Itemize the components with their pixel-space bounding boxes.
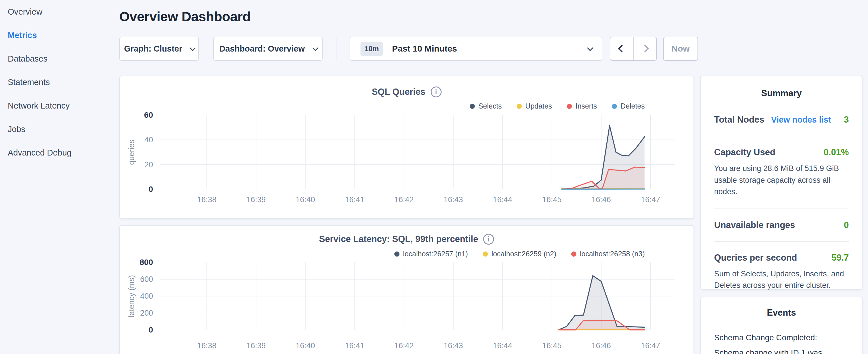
time-step-buttons <box>610 37 657 61</box>
total-nodes-label: Total Nodes <box>714 115 764 125</box>
y-tick-label: 800 <box>140 258 153 267</box>
time-range-dropdown[interactable]: 10m Past 10 Minutes <box>350 37 602 61</box>
capacity-used-value: 0.01% <box>824 147 849 158</box>
sql-queries-chart-card: SQL Queriesi SelectsUpdatesInsertsDelete… <box>119 75 694 219</box>
chevron-down-icon <box>587 45 593 51</box>
x-tick-label: 16:41 <box>345 342 365 350</box>
x-tick-label: 16:42 <box>394 342 414 350</box>
x-tick-label: 16:46 <box>591 342 611 350</box>
chevron-down-icon <box>190 45 196 51</box>
y-tick-label: 400 <box>140 292 153 300</box>
time-range-badge: 10m <box>361 42 383 56</box>
chevron-right-icon <box>641 45 649 53</box>
unavailable-ranges-label: Unavailable ranges <box>714 220 795 230</box>
y-axis-title: latency (ms) <box>127 275 136 317</box>
total-nodes-row: Total Nodes View nodes list 3 <box>714 115 849 125</box>
y-tick-label: 0 <box>149 325 153 334</box>
x-tick-label: 16:47 <box>641 342 660 350</box>
x-tick-label: 16:45 <box>542 342 562 350</box>
x-tick-label: 16:44 <box>493 342 513 350</box>
sidebar-item-statements[interactable]: Statements <box>8 70 119 94</box>
queries-per-second-description: Sum of Selects, Updates, Inserts, and De… <box>714 268 849 291</box>
summary-title: Summary <box>714 88 849 99</box>
controls-bar: Graph: Cluster Dashboard: Overview 10m P… <box>119 37 698 61</box>
controls-divider <box>336 37 336 61</box>
total-nodes-value: 3 <box>844 115 849 125</box>
y-tick-label: 600 <box>140 275 153 284</box>
series-line <box>562 189 645 189</box>
now-button[interactable]: Now <box>663 37 698 61</box>
unavailable-ranges-value: 0 <box>844 220 849 230</box>
graph-dropdown[interactable]: Graph: Cluster <box>119 37 199 61</box>
x-tick-label: 16:45 <box>542 195 562 204</box>
queries-per-second-value: 59.7 <box>832 253 849 263</box>
time-back-button[interactable] <box>610 37 633 60</box>
y-tick-label: 200 <box>140 309 153 317</box>
summary-panel: Summary Total Nodes View nodes list 3 Ca… <box>700 75 863 290</box>
queries-per-second-label: Queries per second <box>714 253 797 263</box>
event-message[interactable]: Schema Change Completed: Schema change w… <box>714 330 849 354</box>
dashboard-dropdown[interactable]: Dashboard: Overview <box>213 37 323 61</box>
events-title: Events <box>714 308 849 318</box>
divider <box>714 208 849 209</box>
x-tick-label: 16:38 <box>197 342 217 350</box>
x-tick-label: 16:40 <box>296 195 315 204</box>
x-tick-label: 16:43 <box>443 342 463 350</box>
x-tick-label: 16:39 <box>246 195 266 204</box>
time-forward-button[interactable] <box>633 37 656 60</box>
graph-dropdown-label: Graph: Cluster <box>124 44 182 54</box>
x-tick-label: 16:41 <box>345 195 365 204</box>
sidebar-item-jobs[interactable]: Jobs <box>8 118 119 141</box>
view-nodes-list-link[interactable]: View nodes list <box>771 115 831 125</box>
sidebar-item-databases[interactable]: Databases <box>8 47 119 70</box>
sidebar-item-network-latency[interactable]: Network Latency <box>8 94 119 118</box>
service-latency-chart-card: Service Latency: SQL, 99th percentilei l… <box>119 225 694 354</box>
y-tick-label: 20 <box>145 160 153 169</box>
capacity-used-description: You are using 28.6 MiB of 515.9 GiB usab… <box>714 163 849 198</box>
y-tick-label: 0 <box>149 185 153 194</box>
db-console-app: Overview Metrics Databases Statements Ne… <box>0 0 868 354</box>
unavailable-ranges-row: Unavailable ranges 0 <box>714 220 849 230</box>
x-tick-label: 16:44 <box>493 195 513 204</box>
queries-per-second-row: Queries per second 59.7 <box>714 253 849 263</box>
sidebar-item-overview[interactable]: Overview <box>8 0 119 24</box>
sidebar-item-metrics[interactable]: Metrics <box>8 24 119 47</box>
x-tick-label: 16:38 <box>197 195 217 204</box>
x-tick-label: 16:40 <box>296 342 315 350</box>
dashboard-dropdown-label: Dashboard: Overview <box>219 44 305 54</box>
x-tick-label: 16:43 <box>443 195 463 204</box>
service-latency-plot: 16:3816:3916:4016:4116:4216:4316:4416:45… <box>120 226 694 354</box>
divider <box>714 241 849 242</box>
chevron-down-icon <box>312 45 318 51</box>
capacity-used-label: Capacity Used <box>714 147 775 158</box>
x-tick-label: 16:39 <box>246 342 266 350</box>
sidebar: Overview Metrics Databases Statements Ne… <box>0 0 119 354</box>
sql-queries-plot: 16:3816:3916:4016:4116:4216:4316:4416:45… <box>120 76 694 219</box>
divider <box>714 136 849 136</box>
y-tick-label: 40 <box>145 135 153 144</box>
events-panel: Events Schema Change Completed: Schema c… <box>700 297 863 354</box>
y-axis-title: queries <box>127 139 136 165</box>
y-tick-label: 60 <box>144 110 153 120</box>
chevron-left-icon <box>618 45 626 53</box>
x-tick-label: 16:47 <box>641 195 660 204</box>
sidebar-item-advanced-debug[interactable]: Advanced Debug <box>8 141 119 164</box>
capacity-used-row: Capacity Used 0.01% <box>714 147 849 158</box>
time-range-label: Past 10 Minutes <box>392 44 457 54</box>
x-tick-label: 16:42 <box>394 195 414 204</box>
page-title: Overview Dashboard <box>119 9 251 24</box>
x-tick-label: 16:46 <box>591 195 611 204</box>
